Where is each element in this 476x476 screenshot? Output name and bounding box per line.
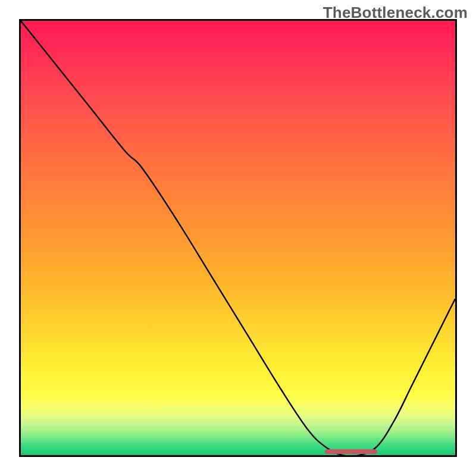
optimal-range-marker (325, 449, 377, 454)
chart-container: TheBottleneck.com (0, 0, 476, 476)
bottleneck-curve (21, 21, 455, 455)
plot-area (19, 19, 457, 457)
curve-path (21, 21, 455, 455)
watermark-label: TheBottleneck.com (323, 4, 468, 22)
